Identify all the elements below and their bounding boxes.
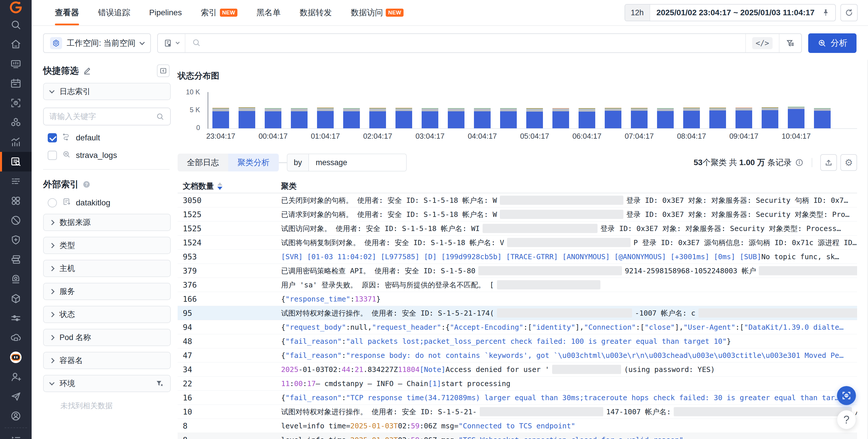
collapse-panel-button[interactable] (157, 64, 169, 77)
brand-logo[interactable] (0, 0, 32, 15)
sidebar-item-infrastructure[interactable] (0, 113, 32, 132)
nav-item[interactable]: 数据转发 (290, 0, 341, 25)
sidebar-item-ai-robot[interactable] (0, 348, 32, 367)
chart-bar[interactable] (343, 108, 360, 128)
nav-item[interactable]: 索引NEW (191, 0, 247, 25)
sidebar-item-monitor[interactable] (0, 54, 32, 74)
keyword-search-input[interactable]: 请输入关键字 (43, 108, 171, 125)
chart-bar[interactable] (631, 108, 648, 128)
sidebar-item-logs[interactable] (0, 152, 32, 172)
sidebar-item-plan[interactable] (0, 74, 32, 93)
sidebar-item-space[interactable] (0, 328, 32, 348)
sidebar-item-search[interactable] (0, 15, 32, 34)
chart-bar[interactable] (762, 107, 778, 128)
pin-icon[interactable] (821, 8, 835, 17)
table-row[interactable]: 95试图对特权对象进行操作。 使用者: 安全 ID: S-1-5-21-174(… (178, 306, 857, 320)
filter-section-Pod 名称[interactable]: Pod 名称 (43, 329, 171, 346)
clear-filter-icon[interactable] (155, 379, 164, 388)
table-row[interactable]: 1524试图将句柄复制到对象。 使用者: 安全 ID: S-1-5-18 帐户名… (178, 236, 857, 250)
sidebar-item-quick-entry[interactable] (0, 430, 32, 439)
time-range-value[interactable]: 2025/01/02 23:04:17 ~ 2025/01/03 11:04:1… (650, 8, 821, 17)
table-row[interactable]: 10试图对特权对象进行操作。 使用者: 安全 ID: S-1-5-21-147-… (178, 405, 857, 419)
checkbox[interactable] (48, 151, 57, 160)
chart-bar[interactable] (814, 108, 831, 128)
env-section[interactable]: 环境 (43, 375, 171, 392)
external-index-item-datakitlog[interactable]: datakitlog (48, 197, 171, 208)
table-row[interactable]: 3050已关闭到对象的句柄。 使用者: 安全 ID: S-1-5-18 帐户名:… (178, 193, 857, 207)
filter-section-主机[interactable]: 主机 (43, 260, 171, 277)
chart-bar[interactable] (788, 107, 804, 128)
search-mode-selector[interactable] (158, 34, 185, 52)
sidebar-item-extensions[interactable] (0, 191, 32, 211)
table-row[interactable]: 8level=info time=2025-01-03T02:59:06Z ms… (178, 419, 857, 433)
checkbox[interactable] (48, 133, 57, 142)
chart-bar[interactable] (396, 108, 412, 128)
filter-section-状态[interactable]: 状态 (43, 306, 171, 323)
snapshot-fab-button[interactable] (837, 386, 856, 405)
time-preset-badge[interactable]: 12h (625, 5, 650, 21)
table-row[interactable]: 48{"fail_reason":"all packets lost;packe… (178, 334, 857, 348)
chart-bar[interactable] (552, 108, 569, 128)
sidebar-item-metrics[interactable] (0, 132, 32, 152)
chart-bar[interactable] (683, 108, 700, 128)
sidebar-item-pipelines[interactable] (0, 172, 32, 191)
sidebar-item-manage[interactable] (0, 309, 32, 328)
sidebar-item-scene[interactable] (0, 93, 32, 113)
settings-button[interactable]: ⚙ (840, 154, 857, 171)
sidebar-item-snapshot[interactable] (0, 269, 32, 289)
filter-section-类型[interactable]: 类型 (43, 237, 171, 254)
table-row[interactable]: 953[SVR] [01-03 11:04:02] [L977585] [D] … (178, 250, 857, 264)
chart-bar[interactable] (422, 108, 438, 128)
tab-cluster-analysis[interactable]: 聚类分析 (228, 154, 279, 172)
index-item-default[interactable]: default (48, 132, 171, 143)
radio[interactable] (48, 198, 57, 207)
sidebar-item-send[interactable] (0, 387, 32, 406)
chart-bar[interactable] (212, 108, 229, 128)
analyze-button[interactable]: 分析 (808, 33, 857, 53)
chart-bar[interactable] (657, 108, 674, 128)
time-range-picker[interactable]: 12h 2025/01/02 23:04:17 ~ 2025/01/03 11:… (625, 4, 836, 21)
cluster-field-input[interactable]: message (309, 154, 407, 172)
table-row[interactable]: 94{"request_body":null,"request_header":… (178, 320, 857, 334)
sidebar-item-invite[interactable] (0, 367, 32, 387)
chart-bar[interactable] (265, 108, 281, 128)
chart-bar[interactable] (474, 108, 491, 128)
sidebar-item-account[interactable] (0, 406, 32, 426)
chart-bar[interactable] (448, 108, 464, 128)
chart-bar[interactable] (579, 108, 595, 128)
chart-bar[interactable] (709, 108, 726, 128)
sidebar-item-stack[interactable] (0, 250, 32, 269)
nav-item[interactable]: Pipelines (140, 0, 191, 25)
sidebar-item-resource[interactable] (0, 289, 32, 309)
tab-all-logs[interactable]: 全部日志 (178, 154, 228, 172)
filter-list-button[interactable] (779, 34, 801, 52)
table-row[interactable]: 1525试图访问对象。 使用者: 安全 ID: S-1-5-18 帐户名: WI… (178, 222, 857, 236)
chart-bar[interactable] (239, 107, 255, 128)
nav-item[interactable]: 黑名单 (247, 0, 290, 25)
dql-toggle-button[interactable]: </> (745, 34, 779, 52)
sort-control[interactable] (217, 182, 222, 190)
search-input[interactable]: </> (157, 33, 802, 53)
table-row[interactable]: 16{"fail_reason":"TCP response time(34.7… (178, 391, 857, 405)
chart-bar[interactable] (736, 108, 752, 128)
chart-bar[interactable] (369, 108, 386, 128)
table-row[interactable]: 166{"response_time":13371} (178, 292, 857, 306)
info-icon[interactable] (795, 158, 804, 167)
chart-bar[interactable] (317, 108, 334, 128)
table-row[interactable]: 47{"fail_reason":"response body: do not … (178, 348, 857, 362)
export-button[interactable] (820, 154, 837, 171)
chart-bar[interactable] (291, 108, 308, 128)
nav-item[interactable]: 错误追踪 (89, 0, 140, 25)
help-circle-icon[interactable]: ? (82, 180, 91, 189)
table-row[interactable]: 376用户 'sa' 登录失败。 原因: 密码与所提供的登录名不匹配。 [ (178, 278, 857, 292)
table-row[interactable]: 1525已请求到对象的句柄。 使用者: 安全 ID: S-1-5-18 帐户名:… (178, 207, 857, 222)
chart-bar[interactable] (605, 108, 621, 128)
help-fab-button[interactable]: ? (837, 410, 856, 429)
filter-section-数据来源[interactable]: 数据来源 (43, 214, 171, 231)
log-index-section[interactable]: 日志索引 (43, 83, 171, 100)
refresh-button[interactable] (840, 4, 858, 21)
table-row[interactable]: 8level=info time=2025-01-03T02:59:06Z ms… (178, 433, 857, 439)
sidebar-item-blacklist[interactable] (0, 211, 32, 230)
workspace-selector[interactable]: 工作空间: 当前空间 (43, 33, 151, 53)
table-row[interactable]: 342025-01-03T02:44:21.834227Z 11804 [Not… (178, 362, 857, 377)
